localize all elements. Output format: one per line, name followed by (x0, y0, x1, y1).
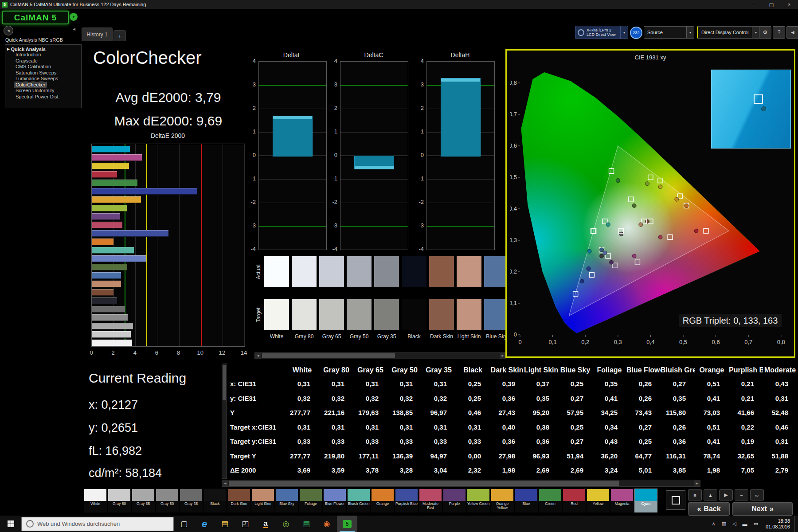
column-header-gray-80: Gray 80 (319, 364, 353, 377)
patch-chip-gray-35[interactable]: Gray 35 (180, 489, 203, 512)
eject-icon[interactable]: ▲ (704, 489, 717, 501)
taskbar-search-input[interactable]: Web und Windows durchsuchen (21, 517, 174, 531)
file-explorer-icon[interactable]: ▤ (215, 516, 235, 532)
display-control-dropdown[interactable]: Direct Display Control ▾ (697, 26, 760, 39)
patch-chip-orange-yellow[interactable]: Orange Yellow (491, 489, 514, 512)
scroll-left-icon[interactable]: ◄ (222, 480, 228, 486)
patch-strip-scrollbar[interactable]: ◄ ► (254, 352, 506, 359)
scroll-thumb[interactable] (223, 365, 226, 400)
patch-chip-magenta[interactable]: Magenta (610, 489, 634, 512)
patch-chip-bluish-green[interactable]: Bluish Green (347, 489, 370, 512)
patch-chip-orange[interactable]: Orange (371, 489, 394, 512)
stop-button[interactable] (666, 490, 685, 510)
patch-chip-purple[interactable]: Purple (443, 489, 466, 512)
gridline (427, 179, 494, 180)
table-cell: 73,03 (695, 406, 729, 420)
patch-chip-cyan[interactable]: Cyan (634, 489, 657, 512)
scroll-right-icon[interactable]: ► (694, 480, 700, 486)
amazon-icon[interactable]: a (255, 516, 276, 532)
sidebar-item-screen-uniformity[interactable]: Screen Uniformity (14, 88, 55, 94)
sidebar-item-colorchecker[interactable]: ColorChecker (14, 82, 47, 88)
layers-icon[interactable]: ≡ (688, 489, 702, 501)
patch-chip-moderate-red[interactable]: Moderate Red (419, 489, 442, 512)
volume-icon[interactable]: ◁ (729, 521, 739, 527)
help-icon[interactable]: ? (773, 26, 785, 39)
gridline (340, 179, 408, 180)
tray-expand-icon[interactable]: ∧ (709, 521, 719, 527)
patch-chip-yellow-green[interactable]: Yellow Green (467, 489, 490, 512)
settings-icon[interactable]: ⚙ (759, 26, 771, 39)
minimize-button[interactable]: – (745, 0, 763, 9)
network-icon[interactable]: ▥ (719, 521, 729, 527)
collapse-panel-icon[interactable]: ◄ (786, 26, 798, 39)
next-button[interactable]: Next » (732, 502, 793, 516)
task-view-icon[interactable]: ▢ (174, 516, 194, 532)
patch-chip-black[interactable]: Black (203, 489, 227, 512)
actual-swatch-gray-80 (292, 256, 317, 287)
scroll-left-icon[interactable]: ◄ (255, 353, 261, 359)
patch-chip-light-skin[interactable]: Light Skin (251, 489, 274, 512)
patch-chip-yellow[interactable]: Yellow (587, 489, 610, 512)
source-dropdown[interactable]: Source ▾ (644, 26, 694, 39)
sidebar-item-luminance-sweeps[interactable]: Luminance Sweeps (14, 76, 59, 82)
scroll-thumb[interactable] (229, 481, 619, 486)
sidebar-item-grayscale[interactable]: Grayscale (14, 58, 39, 64)
patch-chip-purplish-blue[interactable]: Purplish Blue (395, 489, 418, 512)
patch-chip-white[interactable]: White (84, 489, 107, 512)
axis-tick-label: 3 (243, 81, 256, 88)
taskbar-clock[interactable]: 18:38 01.08.2016 (761, 518, 794, 530)
calman-icon[interactable]: 5 (337, 516, 357, 532)
chevron-down-icon[interactable]: ▾ (620, 26, 628, 39)
bar-cap (441, 78, 480, 82)
patch-chip-gray-65[interactable]: Gray 65 (132, 489, 155, 512)
measured-marker-purple (610, 260, 614, 264)
table-horizontal-scrollbar[interactable]: ◄ ► (222, 480, 700, 487)
show-desktop-button[interactable] (794, 516, 798, 532)
patch-chip-red[interactable]: Red (563, 489, 586, 512)
meter-dropdown[interactable]: X-Rite i1Pro 2 LCD Direct View ▾ (575, 26, 628, 39)
sidebar-item-cms-calibration[interactable]: CMS Calibration (14, 64, 52, 70)
tab-history-1[interactable]: History 1 (82, 27, 113, 41)
minimize-panel-icon[interactable]: − (735, 489, 748, 501)
store-icon[interactable]: ◰ (235, 516, 255, 532)
target-swatch-dark-skin (429, 299, 454, 330)
scroll-right-icon[interactable]: ► (500, 353, 506, 359)
bar-orange (92, 239, 113, 245)
sidebar-collapse-icon[interactable]: ◄ (72, 27, 76, 31)
patch-chip-blue-flower[interactable]: Blue Flower (323, 489, 346, 512)
action-center-icon[interactable]: ▭ (751, 521, 761, 527)
back-nav-button[interactable]: ◄ (4, 26, 13, 35)
chevron-down-icon[interactable]: ▾ (752, 27, 759, 38)
maximize-button[interactable]: ▢ (763, 0, 780, 9)
tree-expand-icon[interactable]: ▸ (7, 46, 10, 52)
start-button[interactable] (0, 516, 21, 532)
meter-icon (578, 29, 584, 36)
sidebar-item-introduction[interactable]: Introduction (14, 52, 42, 58)
sidebar-item-spectral-power-dist-[interactable]: Spectral Power Dist. (14, 94, 61, 100)
patch-chip-blue[interactable]: Blue (515, 489, 538, 512)
sheets-icon[interactable]: ▦ (296, 516, 317, 532)
patch-chip-gray-50[interactable]: Gray 50 (156, 489, 179, 512)
logo-dropdown-icon[interactable]: ▾ (70, 13, 78, 21)
loop-icon[interactable]: ∞ (750, 489, 764, 501)
patch-chip-blue-sky[interactable]: Blue Sky (275, 489, 298, 512)
patch-chip-green[interactable]: Green (539, 489, 562, 512)
patch-chip-dark-skin[interactable]: Dark Skin (227, 489, 250, 512)
play-icon[interactable]: ▶ (719, 489, 733, 501)
patch-color (443, 489, 466, 501)
patch-chip-gray-80[interactable]: Gray 80 (108, 489, 131, 512)
sidebar-root-item[interactable]: ▸ Quick Analysis (6, 46, 80, 52)
edge-icon[interactable]: e (194, 516, 215, 532)
add-tab-button[interactable]: + (113, 30, 126, 41)
paint-icon[interactable]: ◉ (317, 516, 337, 532)
sidebar-item-saturation-sweeps[interactable]: Saturation Sweeps (14, 70, 58, 76)
scroll-thumb[interactable] (262, 353, 395, 358)
patch-chip-foliage[interactable]: Foliage (299, 489, 322, 512)
chevron-down-icon[interactable]: ▾ (686, 27, 694, 38)
close-button[interactable]: × (780, 0, 798, 9)
reference-line (340, 85, 408, 86)
keyboard-icon[interactable]: ▬ (739, 521, 751, 527)
back-button[interactable]: « Back (688, 502, 730, 516)
lens-icon[interactable]: ◎ (276, 516, 296, 532)
axis-tick-label: -2 (325, 199, 337, 205)
